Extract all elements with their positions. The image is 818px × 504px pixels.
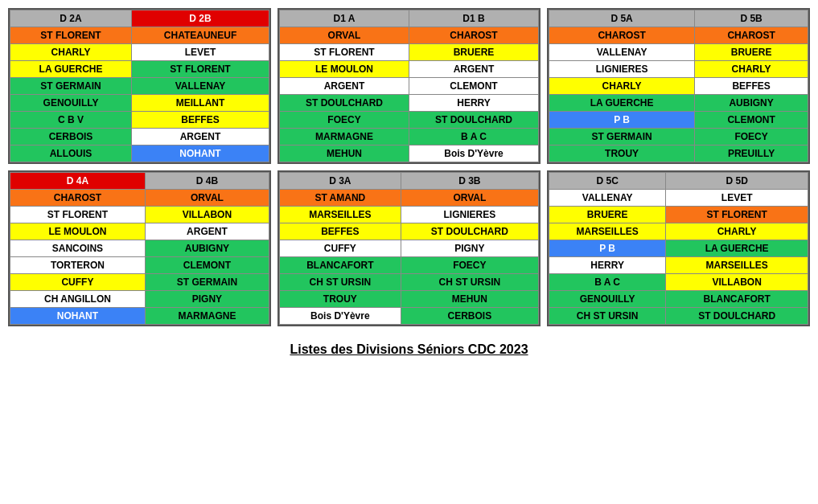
table-cell: LEVET bbox=[666, 190, 808, 207]
table-cell: CERBOIS bbox=[401, 308, 538, 325]
table-row: MARMAGNEB A C bbox=[280, 129, 539, 145]
table-cell: LA GUERCHE bbox=[10, 61, 132, 78]
table-cell: C B V bbox=[10, 112, 132, 129]
table-cell: BEFFES bbox=[132, 112, 269, 129]
table-cell: ALLOUIS bbox=[10, 145, 132, 162]
group-d5ab: D 5AD 5BCHAROSTCHAROSTVALLENAYBRUERELIGN… bbox=[547, 8, 810, 164]
table-cell: ORVAL bbox=[145, 190, 269, 207]
table-cell: VALLENAY bbox=[132, 78, 269, 95]
table-row: MEHUNBois D'Yèvre bbox=[280, 145, 539, 162]
table-row: CH ANGILLONPIGNY bbox=[10, 291, 269, 308]
table-cell: Bois D'Yèvre bbox=[409, 145, 539, 162]
table-cell: FOECY bbox=[695, 129, 808, 145]
table-cell: BLANCAFORT bbox=[666, 291, 808, 308]
table-cell: CHAROST bbox=[695, 27, 808, 44]
table-cell: P B bbox=[549, 112, 695, 129]
table-cell: AUBIGNY bbox=[145, 240, 269, 257]
table-cell: CHARLY bbox=[666, 223, 808, 240]
table-cell: CH ST URSIN bbox=[280, 274, 401, 291]
table-cell: LIGNIERES bbox=[401, 207, 538, 223]
table-cell: CHATEAUNEUF bbox=[132, 27, 269, 44]
table-cell: NOHANT bbox=[132, 145, 269, 162]
table-cell: BRUERE bbox=[409, 44, 539, 61]
table-row: CHAROSTORVAL bbox=[10, 190, 269, 207]
table-cell: TORTERON bbox=[10, 257, 146, 274]
table-cell: P B bbox=[549, 240, 666, 257]
table-cell: ST FLORENT bbox=[132, 61, 269, 78]
table-row: VALLENAYLEVET bbox=[549, 190, 808, 207]
table-cell: ORVAL bbox=[401, 190, 538, 207]
table-cell: HERRY bbox=[549, 257, 666, 274]
table-cell: LIGNIERES bbox=[549, 61, 695, 78]
table-cell: MARSEILLES bbox=[280, 207, 401, 223]
table-cell: CHARLY bbox=[695, 61, 808, 78]
table-cell: CERBOIS bbox=[10, 129, 132, 145]
table-row: ORVALCHAROST bbox=[280, 27, 539, 44]
table-cell: VALLENAY bbox=[549, 190, 666, 207]
table-row: CH ST URSINCH ST URSIN bbox=[280, 274, 539, 291]
table-row: LIGNIERESCHARLY bbox=[549, 61, 808, 78]
table-row: ST FLORENTVILLABON bbox=[10, 207, 269, 223]
table-cell: LA GUERCHE bbox=[666, 240, 808, 257]
table-cell: ST DOULCHARD bbox=[401, 223, 538, 240]
table-cell: PREUILLY bbox=[695, 145, 808, 162]
table-row: TROUYMEHUN bbox=[280, 291, 539, 308]
table-row: C B VBEFFES bbox=[10, 112, 269, 129]
table-row: CHARLYLEVET bbox=[10, 44, 269, 61]
table-cell: ORVAL bbox=[280, 27, 409, 44]
table-cell: TROUY bbox=[280, 291, 401, 308]
column-header: D1 B bbox=[409, 10, 539, 27]
table-cell: LEVET bbox=[132, 44, 269, 61]
table-cell: CLEMONT bbox=[409, 78, 539, 95]
table-cell: CLEMONT bbox=[695, 112, 808, 129]
table-cell: ST FLORENT bbox=[280, 44, 409, 61]
table-cell: PIGNY bbox=[401, 240, 538, 257]
table-cell: CHAROST bbox=[409, 27, 539, 44]
table-row: P BCLEMONT bbox=[549, 112, 808, 129]
footer-title: Listes des Divisions Séniors CDC 2023 bbox=[8, 339, 810, 360]
table-row: ST GERMAINFOECY bbox=[549, 129, 808, 145]
table-cell: FOECY bbox=[401, 257, 538, 274]
table-row: TORTERONCLEMONT bbox=[10, 257, 269, 274]
table-row: LE MOULONARGENT bbox=[10, 223, 269, 240]
table-cell: ST GERMAIN bbox=[10, 78, 132, 95]
table-cell: VILLABON bbox=[666, 274, 808, 291]
table-row: ST FLORENTCHATEAUNEUF bbox=[10, 27, 269, 44]
column-header: D 4B bbox=[145, 173, 269, 190]
row-groups-1: D 2AD 2BST FLORENTCHATEAUNEUFCHARLYLEVET… bbox=[8, 8, 810, 164]
table-cell: BRUERE bbox=[549, 207, 666, 223]
table-row: MARSEILLESCHARLY bbox=[549, 223, 808, 240]
table-cell: B A C bbox=[409, 129, 539, 145]
row-groups-2: D 4AD 4BCHAROSTORVALST FLORENTVILLABONLE… bbox=[8, 170, 810, 326]
table-cell: ST GERMAIN bbox=[549, 129, 695, 145]
table-cell: ST FLORENT bbox=[666, 207, 808, 223]
table-row: BEFFESST DOULCHARD bbox=[280, 223, 539, 240]
table-row: HERRYMARSEILLES bbox=[549, 257, 808, 274]
table-cell: BRUERE bbox=[695, 44, 808, 61]
table-cell: ARGENT bbox=[280, 78, 409, 95]
table-row: LA GUERCHEST FLORENT bbox=[10, 61, 269, 78]
table-cell: ST GERMAIN bbox=[145, 274, 269, 291]
group-d3: D 3AD 3BST AMANDORVALMARSEILLESLIGNIERES… bbox=[277, 170, 541, 326]
table-row: CERBOISARGENT bbox=[10, 129, 269, 145]
table-cell: CH ST URSIN bbox=[549, 308, 666, 325]
table-cell: CUFFY bbox=[280, 240, 401, 257]
table-cell: B A C bbox=[549, 274, 666, 291]
table-cell: LE MOULON bbox=[280, 61, 409, 78]
table-cell: ARGENT bbox=[409, 61, 539, 78]
table-cell: Bois D'Yèvre bbox=[280, 308, 401, 325]
column-header: D 2A bbox=[10, 10, 132, 27]
column-header: D 3B bbox=[401, 173, 538, 190]
table-cell: PIGNY bbox=[145, 291, 269, 308]
table-cell: ST DOULCHARD bbox=[666, 308, 808, 325]
table-row: LA GUERCHEAUBIGNY bbox=[549, 95, 808, 112]
table-cell: ST DOULCHARD bbox=[409, 112, 539, 129]
table-cell: SANCOINS bbox=[10, 240, 146, 257]
column-header: D 5D bbox=[666, 173, 808, 190]
table-row: Bois D'YèvreCERBOIS bbox=[280, 308, 539, 325]
table-row: NOHANTMARMAGNE bbox=[10, 308, 269, 325]
group-d5cd: D 5CD 5DVALLENAYLEVETBRUEREST FLORENTMAR… bbox=[547, 170, 810, 326]
table-cell: CHAROST bbox=[10, 190, 146, 207]
table-cell: LA GUERCHE bbox=[549, 95, 695, 112]
column-header: D 2B bbox=[132, 10, 269, 27]
